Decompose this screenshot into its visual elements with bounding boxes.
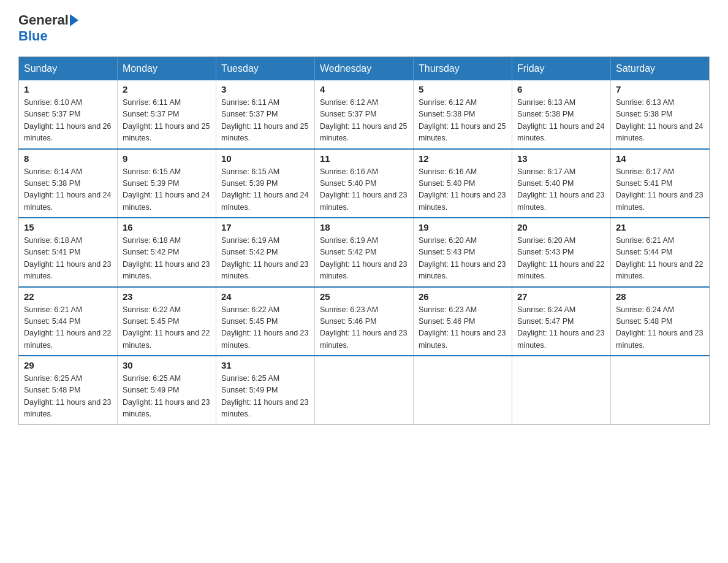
calendar-header-friday: Friday: [512, 57, 611, 81]
day-number: 4: [320, 84, 408, 94]
calendar-cell: [611, 356, 710, 424]
calendar-cell: 1Sunrise: 6:10 AMSunset: 5:37 PMDaylight…: [19, 80, 118, 149]
day-number: 19: [419, 222, 507, 232]
day-info: Sunrise: 6:12 AMSunset: 5:38 PMDaylight:…: [419, 97, 507, 145]
day-info: Sunrise: 6:12 AMSunset: 5:37 PMDaylight:…: [320, 97, 408, 145]
day-info: Sunrise: 6:24 AMSunset: 5:48 PMDaylight:…: [616, 304, 704, 352]
day-info: Sunrise: 6:25 AMSunset: 5:49 PMDaylight:…: [221, 373, 309, 421]
calendar-cell: 24Sunrise: 6:22 AMSunset: 5:45 PMDayligh…: [216, 287, 315, 356]
calendar-cell: 26Sunrise: 6:23 AMSunset: 5:46 PMDayligh…: [414, 287, 512, 356]
day-number: 21: [616, 222, 704, 232]
day-number: 23: [123, 291, 211, 302]
calendar-cell: 16Sunrise: 6:18 AMSunset: 5:42 PMDayligh…: [118, 218, 216, 287]
day-number: 16: [123, 222, 211, 232]
day-info: Sunrise: 6:18 AMSunset: 5:41 PMDaylight:…: [24, 235, 112, 283]
day-number: 24: [221, 291, 309, 302]
calendar-cell: 2Sunrise: 6:11 AMSunset: 5:37 PMDaylight…: [118, 80, 216, 149]
day-number: 3: [221, 84, 309, 94]
day-number: 12: [419, 153, 507, 164]
calendar-header-thursday: Thursday: [414, 57, 512, 81]
day-number: 17: [221, 222, 309, 232]
day-info: Sunrise: 6:19 AMSunset: 5:42 PMDaylight:…: [320, 235, 408, 283]
calendar-cell: 6Sunrise: 6:13 AMSunset: 5:38 PMDaylight…: [512, 80, 611, 149]
day-number: 27: [517, 291, 605, 302]
day-info: Sunrise: 6:17 AMSunset: 5:41 PMDaylight:…: [616, 166, 704, 214]
day-info: Sunrise: 6:20 AMSunset: 5:43 PMDaylight:…: [517, 235, 605, 283]
day-info: Sunrise: 6:18 AMSunset: 5:42 PMDaylight:…: [123, 235, 211, 283]
day-info: Sunrise: 6:14 AMSunset: 5:38 PMDaylight:…: [24, 166, 112, 214]
calendar-cell: 11Sunrise: 6:16 AMSunset: 5:40 PMDayligh…: [315, 149, 414, 218]
calendar-week-row: 29Sunrise: 6:25 AMSunset: 5:48 PMDayligh…: [19, 356, 710, 424]
day-info: Sunrise: 6:22 AMSunset: 5:45 PMDaylight:…: [123, 304, 211, 352]
calendar-cell: 29Sunrise: 6:25 AMSunset: 5:48 PMDayligh…: [19, 356, 118, 424]
day-info: Sunrise: 6:11 AMSunset: 5:37 PMDaylight:…: [221, 97, 309, 145]
day-info: Sunrise: 6:13 AMSunset: 5:38 PMDaylight:…: [616, 97, 704, 145]
calendar-week-row: 8Sunrise: 6:14 AMSunset: 5:38 PMDaylight…: [19, 149, 710, 218]
day-info: Sunrise: 6:11 AMSunset: 5:37 PMDaylight:…: [123, 97, 211, 145]
calendar-cell: 27Sunrise: 6:24 AMSunset: 5:47 PMDayligh…: [512, 287, 611, 356]
calendar-week-row: 15Sunrise: 6:18 AMSunset: 5:41 PMDayligh…: [19, 218, 710, 287]
day-number: 11: [320, 153, 408, 164]
day-info: Sunrise: 6:24 AMSunset: 5:47 PMDaylight:…: [517, 304, 605, 352]
day-number: 29: [24, 360, 112, 370]
day-info: Sunrise: 6:22 AMSunset: 5:45 PMDaylight:…: [221, 304, 309, 352]
day-number: 25: [320, 291, 408, 302]
day-info: Sunrise: 6:15 AMSunset: 5:39 PMDaylight:…: [123, 166, 211, 214]
day-number: 6: [517, 84, 605, 94]
day-info: Sunrise: 6:23 AMSunset: 5:46 PMDaylight:…: [419, 304, 507, 352]
day-number: 20: [517, 222, 605, 232]
day-info: Sunrise: 6:25 AMSunset: 5:49 PMDaylight:…: [123, 373, 211, 421]
calendar-cell: 28Sunrise: 6:24 AMSunset: 5:48 PMDayligh…: [611, 287, 710, 356]
calendar-cell: 17Sunrise: 6:19 AMSunset: 5:42 PMDayligh…: [216, 218, 315, 287]
day-number: 7: [616, 84, 704, 94]
calendar-cell: 12Sunrise: 6:16 AMSunset: 5:40 PMDayligh…: [414, 149, 512, 218]
calendar-header-row: SundayMondayTuesdayWednesdayThursdayFrid…: [19, 57, 710, 81]
calendar-cell: 5Sunrise: 6:12 AMSunset: 5:38 PMDaylight…: [414, 80, 512, 149]
day-info: Sunrise: 6:20 AMSunset: 5:43 PMDaylight:…: [419, 235, 507, 283]
calendar-header-tuesday: Tuesday: [216, 57, 315, 81]
day-number: 5: [419, 84, 507, 94]
page-header: General Blue: [18, 12, 710, 44]
calendar-header-monday: Monday: [118, 57, 216, 81]
day-number: 28: [616, 291, 704, 302]
day-info: Sunrise: 6:16 AMSunset: 5:40 PMDaylight:…: [320, 166, 408, 214]
day-number: 14: [616, 153, 704, 164]
calendar-cell: 19Sunrise: 6:20 AMSunset: 5:43 PMDayligh…: [414, 218, 512, 287]
day-number: 2: [123, 84, 211, 94]
day-number: 18: [320, 222, 408, 232]
day-info: Sunrise: 6:17 AMSunset: 5:40 PMDaylight:…: [517, 166, 605, 214]
day-number: 15: [24, 222, 112, 232]
calendar-cell: 7Sunrise: 6:13 AMSunset: 5:38 PMDaylight…: [611, 80, 710, 149]
day-number: 30: [123, 360, 211, 370]
day-number: 9: [123, 153, 211, 164]
logo-blue-text: Blue: [18, 28, 48, 44]
day-info: Sunrise: 6:25 AMSunset: 5:48 PMDaylight:…: [24, 373, 112, 421]
calendar-week-row: 22Sunrise: 6:21 AMSunset: 5:44 PMDayligh…: [19, 287, 710, 356]
calendar-cell: 21Sunrise: 6:21 AMSunset: 5:44 PMDayligh…: [611, 218, 710, 287]
calendar-cell: 9Sunrise: 6:15 AMSunset: 5:39 PMDaylight…: [118, 149, 216, 218]
calendar-header-saturday: Saturday: [611, 57, 710, 81]
calendar-cell: 8Sunrise: 6:14 AMSunset: 5:38 PMDaylight…: [19, 149, 118, 218]
day-number: 10: [221, 153, 309, 164]
calendar-cell: 3Sunrise: 6:11 AMSunset: 5:37 PMDaylight…: [216, 80, 315, 149]
calendar-cell: 10Sunrise: 6:15 AMSunset: 5:39 PMDayligh…: [216, 149, 315, 218]
calendar-cell: 23Sunrise: 6:22 AMSunset: 5:45 PMDayligh…: [118, 287, 216, 356]
logo-general-text: General: [18, 12, 69, 28]
calendar-cell: 30Sunrise: 6:25 AMSunset: 5:49 PMDayligh…: [118, 356, 216, 424]
calendar-week-row: 1Sunrise: 6:10 AMSunset: 5:37 PMDaylight…: [19, 80, 710, 149]
day-number: 22: [24, 291, 112, 302]
calendar-cell: 15Sunrise: 6:18 AMSunset: 5:41 PMDayligh…: [19, 218, 118, 287]
day-info: Sunrise: 6:21 AMSunset: 5:44 PMDaylight:…: [24, 304, 112, 352]
day-info: Sunrise: 6:15 AMSunset: 5:39 PMDaylight:…: [221, 166, 309, 214]
day-number: 1: [24, 84, 112, 94]
calendar-cell: 25Sunrise: 6:23 AMSunset: 5:46 PMDayligh…: [315, 287, 414, 356]
calendar-cell: [414, 356, 512, 424]
calendar-header-wednesday: Wednesday: [315, 57, 414, 81]
calendar-table: SundayMondayTuesdayWednesdayThursdayFrid…: [18, 56, 710, 425]
day-number: 31: [221, 360, 309, 370]
calendar-cell: 18Sunrise: 6:19 AMSunset: 5:42 PMDayligh…: [315, 218, 414, 287]
day-info: Sunrise: 6:13 AMSunset: 5:38 PMDaylight:…: [517, 97, 605, 145]
day-info: Sunrise: 6:10 AMSunset: 5:37 PMDaylight:…: [24, 97, 112, 145]
day-info: Sunrise: 6:23 AMSunset: 5:46 PMDaylight:…: [320, 304, 408, 352]
calendar-cell: 31Sunrise: 6:25 AMSunset: 5:49 PMDayligh…: [216, 356, 315, 424]
